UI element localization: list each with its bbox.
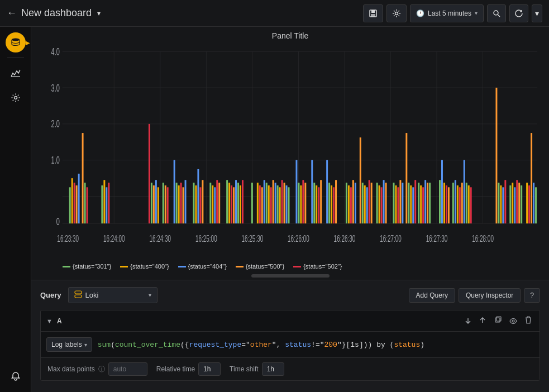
dashboard-title-caret[interactable]: ▾ [97, 9, 101, 17]
svg-rect-40 [71, 178, 73, 223]
svg-rect-174 [533, 183, 534, 223]
svg-rect-158 [468, 185, 470, 223]
svg-rect-163 [502, 187, 504, 223]
svg-rect-85 [259, 185, 261, 223]
svg-rect-71 [212, 185, 213, 223]
svg-rect-69 [202, 180, 203, 223]
svg-rect-48 [103, 180, 105, 223]
legend-item-400[interactable]: {status="400"} [120, 263, 169, 270]
query-move-down-button[interactable] [462, 315, 474, 327]
svg-rect-120 [362, 183, 364, 223]
add-query-button[interactable]: Add Query [409, 288, 455, 303]
query-val2: 200 [324, 341, 337, 349]
svg-rect-70 [209, 183, 211, 223]
svg-rect-136 [408, 183, 409, 223]
svg-rect-130 [393, 183, 394, 223]
query-group-field: status [394, 341, 420, 349]
time-shift-label: Time shift [230, 365, 259, 373]
svg-rect-150 [448, 187, 450, 223]
query-fn-sum: sum [98, 341, 111, 349]
svg-rect-44 [82, 133, 84, 223]
svg-rect-172 [528, 185, 530, 223]
legend-item-502[interactable]: {status="502"} [293, 263, 342, 270]
legend-color-502 [293, 266, 301, 267]
sidebar-db-item[interactable]: ▶ [6, 32, 26, 52]
svg-rect-102 [302, 180, 304, 223]
svg-rect-51 [149, 124, 150, 223]
relative-time-input[interactable] [198, 362, 221, 376]
svg-rect-43 [78, 174, 80, 223]
svg-text:16:23:30: 16:23:30 [57, 233, 79, 243]
datasource-select[interactable]: Loki ▾ [68, 287, 157, 303]
svg-rect-98 [288, 187, 290, 223]
panel-title: Panel Title [40, 31, 540, 40]
sidebar-item-chart[interactable] [4, 62, 27, 84]
eye-icon [509, 318, 517, 324]
legend-color-400 [120, 266, 128, 267]
svg-rect-63 [183, 187, 184, 223]
query-delete-button[interactable] [523, 315, 534, 327]
query-header: Query Loki ▾ Add Query Query Inspector ? [40, 287, 540, 303]
svg-rect-108 [320, 180, 322, 223]
svg-rect-175 [535, 187, 537, 223]
legend-item-404[interactable]: {status="404"} [178, 263, 227, 270]
svg-rect-104 [311, 160, 313, 223]
collapse-button-a[interactable]: ▼ [46, 318, 52, 324]
scrollbar-thumb[interactable] [251, 274, 330, 278]
svg-rect-165 [509, 185, 511, 223]
refresh-button[interactable] [509, 4, 528, 22]
svg-rect-47 [101, 185, 103, 223]
svg-rect-77 [231, 185, 232, 223]
max-data-points-info-icon[interactable]: ⓘ [98, 365, 105, 374]
query-row-a: ▼ A [40, 310, 540, 381]
svg-rect-162 [500, 185, 502, 223]
time-picker-button[interactable]: 🕐 Last 5 minutes ▾ [410, 4, 484, 22]
query-duplicate-button[interactable] [491, 315, 504, 327]
log-labels-select[interactable]: Log labels ▾ [46, 337, 92, 352]
svg-rect-131 [395, 185, 397, 223]
refresh-caret-button[interactable]: ▾ [532, 4, 542, 22]
svg-rect-129 [385, 183, 387, 223]
datasource-name: Loki [85, 291, 145, 299]
query-id-a: A [57, 317, 62, 325]
search-icon [493, 9, 500, 17]
svg-rect-60 [176, 183, 178, 223]
search-button[interactable] [487, 4, 506, 22]
legend-item-301[interactable]: {status="301"} [63, 263, 111, 270]
duplicate-icon [494, 316, 502, 324]
legend-item-500[interactable]: {status="500"} [236, 263, 284, 270]
svg-rect-49 [106, 187, 107, 223]
svg-rect-50 [108, 183, 109, 223]
query-move-up-button[interactable] [477, 315, 488, 327]
back-button[interactable]: ← [7, 7, 17, 19]
query-inspector-button[interactable]: Query Inspector [459, 288, 521, 303]
chart-wrapper: 4.0 3.0 2.0 1.0 0 16:23:30 16:24:00 16:2… [40, 42, 540, 260]
svg-rect-97 [286, 185, 288, 223]
query-visibility-button[interactable] [507, 315, 519, 327]
max-data-points-input[interactable] [108, 362, 147, 376]
svg-rect-115 [348, 185, 350, 223]
max-data-points-group: Max data points ⓘ [47, 362, 147, 376]
legend-color-404 [178, 266, 186, 267]
query-expression-a[interactable]: sum(count_over_time({request_type="other… [98, 341, 534, 349]
svg-rect-170 [521, 185, 522, 223]
svg-rect-68 [199, 187, 201, 223]
sidebar-item-alerts[interactable] [4, 365, 27, 388]
help-button[interactable]: ? [524, 288, 540, 303]
svg-rect-148 [443, 183, 445, 223]
datasource-icon [74, 290, 82, 300]
svg-rect-107 [318, 187, 319, 223]
svg-rect-65 [193, 183, 194, 223]
time-shift-input[interactable] [262, 362, 284, 376]
svg-text:4.0: 4.0 [51, 46, 60, 57]
svg-rect-106 [316, 185, 317, 223]
settings-button[interactable] [386, 4, 407, 22]
save-button[interactable] [363, 4, 383, 22]
svg-rect-81 [240, 185, 241, 223]
svg-point-3 [395, 12, 398, 15]
legend-color-301 [63, 266, 70, 267]
svg-rect-125 [376, 183, 378, 223]
svg-rect-137 [410, 185, 412, 223]
sidebar-item-settings[interactable] [4, 87, 27, 109]
svg-rect-67 [197, 169, 199, 223]
